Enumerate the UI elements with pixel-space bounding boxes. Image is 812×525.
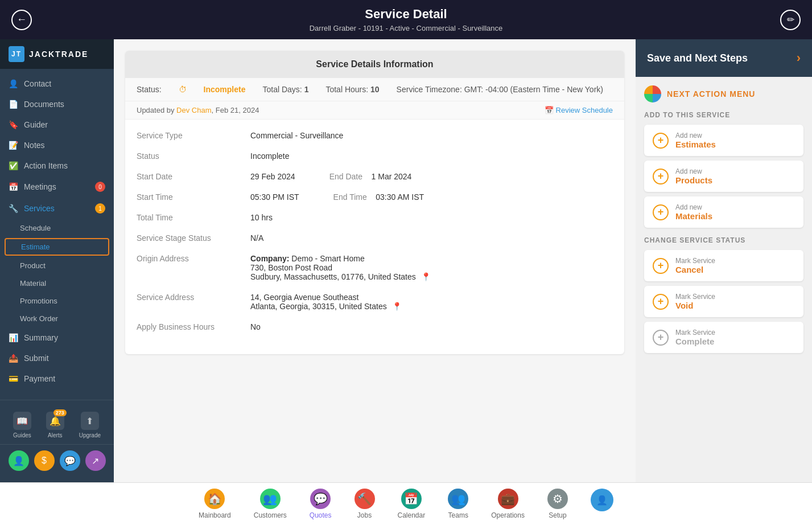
sidebar-item-documents[interactable]: 📄 Documents — [0, 94, 114, 114]
submit-icon: 📤 — [9, 354, 18, 363]
notes-icon: 📝 — [9, 141, 18, 150]
sidebar-item-submit[interactable]: 📤 Submit — [0, 348, 114, 368]
mainboard-label: Mainboard — [199, 511, 231, 519]
sidebar-item-services[interactable]: 🔧 Services 1 — [0, 198, 114, 219]
field-value: Company: Demo - Smart Home 730, Boston P… — [250, 254, 613, 281]
setup-label: Setup — [549, 511, 566, 519]
sidebar-item-meetings[interactable]: 📅 Meetings 0 — [0, 176, 114, 198]
field-total-time: Total Time 10 hrs — [137, 213, 613, 222]
save-next-button[interactable]: Save and Next Steps › — [636, 39, 812, 77]
services-badge: 1 — [95, 203, 105, 214]
timezone-label: Service Timezone: GMT: -04:00 (Eastern T… — [397, 85, 603, 94]
field-value: 29 Feb 2024 End Date 1 Mar 2024 — [250, 172, 613, 181]
status-icon: ⏱ — [179, 85, 187, 94]
mark-service-void-button[interactable]: + Mark Service Void — [644, 286, 803, 317]
summary-icon: 📊 — [9, 333, 18, 342]
setup-icon: ⚙ — [547, 489, 568, 509]
service-addr-line2: Atlanta, Georgia, 30315, United States 📍 — [250, 302, 613, 311]
sidebar-sub-schedule[interactable]: Schedule — [0, 219, 114, 237]
content-area: Service Details Information Status: ⏱ In… — [114, 39, 636, 482]
save-next-label: Save and Next Steps — [647, 52, 748, 64]
field-label: Apply Business Hours — [137, 322, 250, 331]
sidebar-item-label: Notes — [24, 141, 45, 150]
sidebar-item-label: Services — [24, 204, 55, 213]
upgrade-tab[interactable]: ⬆ Upgrade — [79, 412, 101, 438]
meetings-icon: 📅 — [9, 182, 18, 191]
right-panel-body: NEXT ACTION MENU ADD TO THIS SERVICE + A… — [636, 77, 812, 482]
total-hours-label: Total Hours: 10 — [325, 85, 379, 94]
edit-button[interactable]: ✏ — [780, 10, 801, 30]
field-value: 05:30 PM IST End Time 03:30 AM IST — [250, 192, 613, 202]
add-materials-button[interactable]: + Add new Materials — [644, 196, 803, 228]
guides-tab[interactable]: 📖 Guides — [13, 412, 31, 438]
chevron-right-icon: › — [797, 51, 801, 65]
add-estimates-button[interactable]: + Add new Estimates — [644, 125, 803, 156]
sidebar-nav: 👤 Contact 📄 Documents 🔖 Guider 📝 Notes ✅… — [0, 69, 114, 400]
add-products-button[interactable]: + Add new Products — [644, 161, 803, 192]
service-updated-bar: Updated by Dev Cham, Feb 21, 2024 📅 Revi… — [125, 101, 624, 120]
service-details-card: Service Details Information Status: ⏱ In… — [125, 51, 624, 354]
sidebar-item-summary[interactable]: 📊 Summary — [0, 327, 114, 348]
complete-main: Complete — [675, 337, 715, 346]
back-button[interactable]: ← — [11, 10, 32, 30]
calendar-icon: 📅 — [401, 489, 422, 509]
tab-quotes[interactable]: 💬 Quotes — [310, 489, 332, 519]
void-main: Void — [675, 301, 715, 310]
plus-icon: + — [653, 204, 669, 220]
review-schedule-link[interactable]: 📅 Review Schedule — [545, 106, 613, 114]
sidebar-sub-material[interactable]: Material — [0, 274, 114, 292]
sidebar-sub-estimate[interactable]: Estimate — [5, 238, 109, 256]
complete-sub: Mark Service — [675, 329, 715, 337]
field-service-type: Service Type Commercial - Surveillance — [137, 131, 613, 140]
top-header: ← Service Detail Darrell Graber - 10191 … — [0, 0, 812, 39]
field-business-hours: Apply Business Hours No — [137, 322, 613, 331]
field-origin-address: Origin Address Company: Demo - Smart Hom… — [137, 254, 613, 281]
teams-label: Teams — [448, 511, 468, 519]
sidebar-item-guider[interactable]: 🔖 Guider — [0, 114, 114, 135]
alerts-tab[interactable]: 🔔 273 Alerts — [46, 412, 64, 438]
total-days-label: Total Days: 1 — [263, 85, 309, 94]
field-label: Status — [137, 151, 250, 161]
status-value: Incomplete — [204, 85, 246, 94]
origin-line1: Company: Demo - Smart Home — [250, 254, 613, 263]
tab-calendar[interactable]: 📅 Calendar — [398, 489, 426, 519]
tab-customers[interactable]: 👥 Customers — [254, 489, 287, 519]
field-value: 14, Georgia Avenue Southeast Atlanta, Ge… — [250, 293, 613, 311]
tab-teams[interactable]: 👥 Teams — [448, 489, 468, 519]
sidebar-item-action-items[interactable]: ✅ Action Items — [0, 155, 114, 176]
tab-operations[interactable]: 💼 Operations — [491, 489, 525, 519]
updated-by-user[interactable]: Dev Cham — [176, 106, 211, 114]
sidebar-logo: JT JACKTRADE — [0, 39, 114, 69]
sidebar-sub-product[interactable]: Product — [0, 257, 114, 274]
sidebar-sub-promotions[interactable]: Promotions — [0, 292, 114, 310]
user-tab-dollar[interactable]: $ — [34, 450, 55, 471]
user-tab-chat[interactable]: 💬 — [60, 450, 80, 471]
tab-jobs[interactable]: 🔨 Jobs — [355, 489, 375, 519]
profile-avatar[interactable]: 👤 — [591, 489, 613, 511]
updated-date: , Feb 21, 2024 — [212, 106, 259, 114]
tab-mainboard[interactable]: 🏠 Mainboard — [199, 489, 231, 519]
tab-setup[interactable]: ⚙ Setup — [547, 489, 568, 519]
user-tab-share[interactable]: ↗ — [85, 450, 106, 471]
sidebar-item-contact[interactable]: 👤 Contact — [0, 73, 114, 94]
start-time: 05:30 PM IST — [250, 192, 299, 202]
field-value: Incomplete — [250, 151, 613, 161]
contact-icon: 👤 — [9, 79, 18, 88]
add-products-main: Products — [675, 175, 712, 185]
field-value: No — [250, 322, 613, 331]
field-value: Commercial - Surveillance — [250, 131, 613, 140]
user-tab-person[interactable]: 👤 — [9, 450, 29, 471]
services-icon: 🔧 — [9, 204, 18, 213]
origin-line2: 730, Boston Post Road — [250, 263, 613, 272]
change-section-label: CHANGE SERVICE STATUS — [644, 236, 803, 244]
documents-icon: 📄 — [9, 100, 18, 109]
field-label: Origin Address — [137, 254, 250, 263]
sidebar-item-notes[interactable]: 📝 Notes — [0, 135, 114, 155]
service-card-title: Service Details Information — [125, 51, 624, 78]
customers-label: Customers — [254, 511, 287, 519]
sidebar-item-payment[interactable]: 💳 Payment — [0, 368, 114, 389]
logo-text: JACKTRADE — [29, 50, 88, 59]
mark-service-complete-button[interactable]: + Mark Service Complete — [644, 322, 803, 353]
sidebar-sub-work-order[interactable]: Work Order — [0, 310, 114, 327]
mark-service-cancel-button[interactable]: + Mark Service Cancel — [644, 250, 803, 281]
